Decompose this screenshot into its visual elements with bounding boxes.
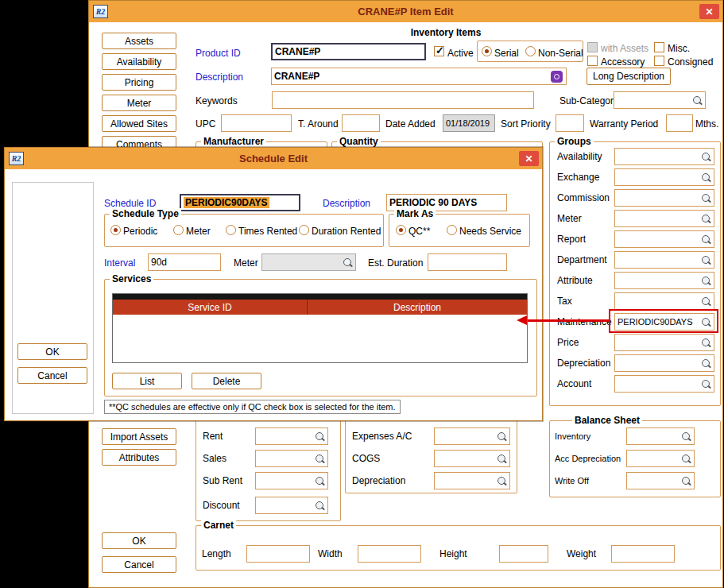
allowed-sites-button[interactable]: Allowed Sites — [102, 115, 176, 132]
search-icon[interactable] — [701, 193, 711, 203]
cancel-button[interactable]: Cancel — [102, 556, 176, 573]
accessory-checkbox[interactable] — [587, 56, 598, 66]
search-icon[interactable] — [701, 358, 711, 369]
misc-checkbox[interactable] — [654, 42, 664, 52]
search-icon[interactable] — [701, 296, 711, 307]
schedule-edit-titlebar[interactable]: R2 Schedule Edit ✕ — [5, 148, 542, 169]
duration-rented-radio[interactable] — [299, 225, 309, 235]
description-value: CRANE#P — [274, 71, 319, 82]
search-icon[interactable] — [681, 476, 691, 486]
availability-button[interactable]: Availability — [102, 53, 176, 70]
ok-button[interactable]: OK — [102, 532, 176, 549]
search-icon[interactable] — [701, 255, 711, 265]
groups-commission-field[interactable] — [614, 189, 714, 207]
app-icon[interactable]: R2 — [9, 152, 24, 165]
serial-radio[interactable] — [482, 46, 492, 56]
groups-exchange-field[interactable] — [614, 168, 714, 186]
manufacturer-group-title: Manufacturer — [201, 136, 266, 147]
cogs-field[interactable] — [434, 450, 510, 467]
depreciation-account-field[interactable] — [434, 472, 510, 489]
groups-department-field[interactable] — [614, 251, 714, 269]
search-icon[interactable] — [497, 431, 507, 442]
groups-tax-field[interactable] — [614, 292, 714, 310]
close-icon[interactable]: ✕ — [699, 4, 719, 19]
services-list[interactable]: Service ID Description — [112, 293, 528, 363]
app-icon[interactable]: R2 — [93, 5, 108, 18]
groups-availability-field[interactable] — [614, 148, 714, 165]
groups-attribute-field[interactable] — [614, 272, 714, 289]
periodic-radio[interactable] — [110, 225, 121, 235]
groups-price-field[interactable] — [614, 334, 714, 351]
sales-account-field[interactable] — [255, 450, 328, 467]
search-icon[interactable] — [701, 379, 711, 389]
import-assets-button[interactable]: Import Assets — [102, 428, 176, 445]
groups-account-field[interactable] — [614, 375, 714, 393]
interval-field[interactable]: 90d — [148, 253, 221, 271]
close-icon[interactable]: ✕ — [519, 151, 539, 166]
search-icon[interactable] — [701, 234, 711, 245]
description-column-header[interactable]: Description — [308, 300, 527, 315]
active-checkbox[interactable] — [434, 46, 444, 56]
groups-depreciation-field[interactable] — [614, 354, 714, 372]
search-icon[interactable] — [681, 454, 691, 464]
qc-radio[interactable] — [396, 225, 406, 235]
service-id-column-header[interactable]: Service ID — [113, 300, 308, 315]
groups-meter-field[interactable] — [614, 210, 714, 227]
search-icon[interactable] — [701, 172, 711, 183]
upc-label: UPC — [196, 118, 215, 130]
weight-field[interactable] — [611, 545, 675, 563]
active-label: Active — [447, 48, 474, 59]
dialog-ok-button[interactable]: OK — [17, 343, 87, 360]
acc-depreciation-field[interactable] — [626, 450, 695, 467]
search-icon[interactable] — [692, 95, 703, 106]
description-editor-icon[interactable] — [551, 71, 563, 83]
search-icon[interactable] — [315, 431, 325, 442]
discount-account-field[interactable] — [255, 497, 328, 514]
meter-button[interactable]: Meter — [102, 95, 176, 111]
non-serial-radio[interactable] — [525, 46, 536, 56]
search-icon[interactable] — [701, 338, 711, 348]
search-icon[interactable] — [701, 152, 711, 162]
consigned-checkbox[interactable] — [654, 56, 664, 66]
write-off-field[interactable] — [626, 472, 695, 489]
product-id-field[interactable]: CRANE#P — [271, 43, 426, 60]
t-around-field[interactable] — [342, 114, 380, 132]
est-duration-field[interactable] — [428, 253, 507, 271]
services-list-body[interactable] — [113, 315, 527, 362]
expenses-ac-field[interactable] — [434, 427, 510, 445]
search-icon[interactable] — [701, 276, 711, 286]
width-field[interactable] — [358, 545, 421, 563]
rent-account-field[interactable] — [255, 427, 328, 445]
dialog-cancel-button[interactable]: Cancel — [17, 367, 87, 384]
groups-report-field[interactable] — [614, 230, 714, 248]
delete-button[interactable]: Delete — [192, 373, 261, 389]
meter-type-radio[interactable] — [173, 225, 184, 235]
assets-button[interactable]: Assets — [102, 33, 176, 49]
sub-category-field[interactable] — [614, 91, 706, 109]
schedule-id-field[interactable]: PERIODIC90DAYS — [180, 194, 300, 211]
warranty-period-field[interactable] — [666, 114, 693, 132]
search-icon[interactable] — [315, 476, 325, 486]
inventory-field[interactable] — [626, 427, 695, 445]
search-icon[interactable] — [497, 454, 507, 464]
sub-rent-account-field[interactable] — [255, 472, 328, 489]
needs-service-radio[interactable] — [447, 225, 457, 235]
with-assets-label: with Assets — [601, 43, 649, 54]
item-edit-titlebar[interactable]: R2 CRANE#P Item Edit ✕ — [89, 1, 722, 22]
search-icon[interactable] — [701, 214, 711, 224]
length-field[interactable] — [246, 545, 310, 563]
list-button[interactable]: List — [112, 373, 182, 389]
attributes-button[interactable]: Attributes — [102, 449, 176, 466]
description-field[interactable]: CRANE#P — [271, 68, 567, 85]
keywords-field[interactable] — [272, 91, 534, 109]
search-icon[interactable] — [497, 476, 507, 486]
search-icon[interactable] — [315, 501, 325, 511]
height-field[interactable] — [499, 545, 548, 563]
long-description-button[interactable]: Long Description — [587, 68, 671, 85]
search-icon[interactable] — [315, 454, 325, 464]
sort-priority-field[interactable] — [556, 114, 584, 132]
pricing-button[interactable]: Pricing — [102, 74, 176, 91]
times-rented-radio[interactable] — [226, 225, 236, 235]
search-icon[interactable] — [681, 431, 691, 442]
upc-field[interactable] — [221, 114, 292, 132]
